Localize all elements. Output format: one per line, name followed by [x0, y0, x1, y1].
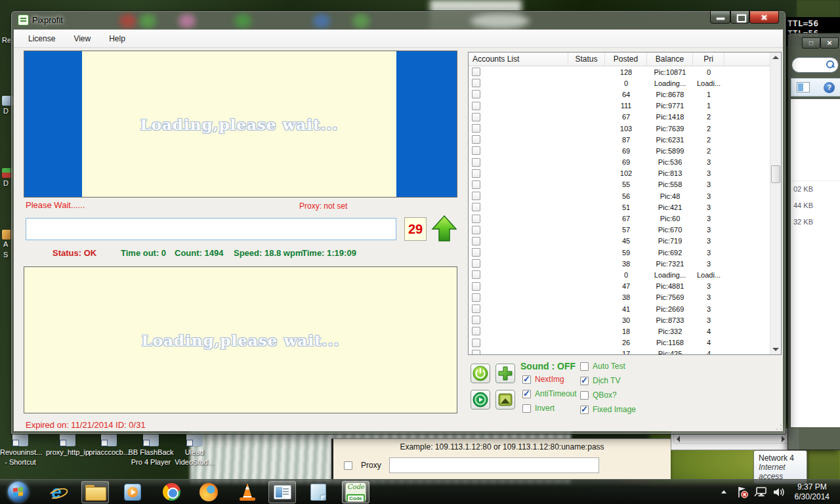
row-checkbox[interactable]	[472, 68, 480, 76]
titlebar[interactable]: Pixprofit	[11, 11, 786, 30]
table-row[interactable]: 102Pic:8133	[469, 168, 770, 179]
taskbar-clock[interactable]: 9:37 PM 6/30/2014	[788, 482, 836, 502]
row-checkbox[interactable]	[472, 146, 480, 155]
table-row[interactable]: 41Pic:26693	[469, 303, 770, 314]
table-row[interactable]: 18Pic:3324	[469, 326, 770, 337]
explorer-maximize-button[interactable]: □	[802, 37, 820, 49]
row-checkbox[interactable]	[472, 282, 480, 291]
table-row[interactable]: 67Pic:14182	[469, 112, 770, 123]
window-resize-grip[interactable]	[774, 423, 783, 432]
checkbox-fixed-image[interactable]: Fixed Image	[580, 403, 636, 416]
taskbar-pixprofit[interactable]: Code Code	[342, 481, 369, 503]
table-row[interactable]: 51Pic:4213	[469, 201, 770, 213]
submit-arrow-icon[interactable]	[430, 215, 459, 242]
table-row[interactable]: 69Pic:5363	[469, 157, 770, 168]
row-checkbox[interactable]	[472, 113, 480, 121]
power-button[interactable]	[471, 364, 490, 383]
table-row[interactable]: 57Pic:6703	[469, 224, 770, 236]
explorer-search-input[interactable]	[791, 57, 839, 73]
row-checkbox[interactable]	[472, 102, 480, 110]
desktop-shortcut[interactable]: Revouninst...- Shortcut	[0, 433, 41, 467]
start-button-taskbar[interactable]	[4, 481, 32, 503]
scroll-left-icon[interactable]	[677, 436, 680, 442]
checkbox-d-ch-tv[interactable]: Dịch TV	[580, 374, 636, 387]
checkbox-box[interactable]	[580, 406, 589, 414]
checkbox-auto-test[interactable]: Auto Test	[580, 360, 636, 373]
image-button[interactable]	[495, 390, 515, 410]
proxy-input[interactable]	[389, 457, 599, 473]
checkbox-box[interactable]	[580, 362, 589, 371]
scrollbar-thumb[interactable]	[771, 165, 780, 183]
table-row[interactable]: 55Pic:5583	[469, 179, 770, 190]
row-checkbox[interactable]	[472, 124, 480, 133]
row-checkbox[interactable]	[472, 203, 480, 211]
table-row[interactable]: 87Pic:62312	[469, 134, 770, 145]
menu-license[interactable]: License	[19, 30, 64, 47]
taskbar-notepad[interactable]	[304, 481, 332, 503]
table-row[interactable]: 59Pic:6923	[469, 247, 770, 258]
show-hidden-icons[interactable]	[716, 484, 732, 500]
menu-help[interactable]: Help	[100, 30, 135, 47]
add-button[interactable]	[495, 364, 515, 383]
row-checkbox[interactable]	[472, 158, 480, 167]
taskbar-media-player[interactable]	[119, 481, 146, 503]
row-checkbox[interactable]	[472, 226, 480, 234]
desktop-shortcut[interactable]: priacccocb...	[86, 433, 132, 457]
start-button[interactable]	[471, 390, 490, 410]
row-checkbox[interactable]	[472, 180, 480, 189]
table-row[interactable]: 45Pic:7193	[469, 236, 770, 247]
explorer-window-fragment[interactable]: □ ✕ 02 KB44 KB32 KB	[788, 33, 840, 450]
row-checkbox[interactable]	[472, 339, 480, 347]
vertical-scrollbar[interactable]	[770, 52, 781, 354]
row-checkbox[interactable]	[472, 259, 480, 268]
row-checkbox[interactable]	[472, 293, 480, 302]
row-checkbox[interactable]	[472, 90, 480, 98]
table-row[interactable]: 111Pic:97711	[469, 100, 770, 112]
desktop-shortcut[interactable]: BB FlashBackPro 4 Player	[127, 433, 175, 467]
scroll-down-icon[interactable]	[772, 348, 779, 351]
table-row[interactable]: 0Loading...Loadi...	[469, 269, 770, 280]
checkbox-box[interactable]	[580, 377, 589, 385]
checkbox-box[interactable]	[522, 375, 531, 384]
table-row[interactable]: 47Pic:48813	[469, 281, 770, 292]
close-button[interactable]	[749, 11, 779, 24]
checkbox-qbox-[interactable]: QBox?	[580, 388, 636, 402]
captcha-input[interactable]	[26, 218, 396, 240]
scroll-right-icon[interactable]	[782, 436, 785, 442]
table-row[interactable]: 38Pic:73213	[469, 258, 770, 269]
layout-icon[interactable]	[797, 82, 810, 93]
checkbox-box[interactable]	[522, 404, 531, 413]
taskbar-firefox[interactable]	[195, 481, 222, 503]
checkbox-antitimeout[interactable]: AntiTimeout	[522, 387, 577, 400]
taskbar-chrome[interactable]	[158, 481, 185, 503]
checkbox-box[interactable]	[580, 391, 589, 400]
table-row[interactable]: 64Pic:86781	[469, 89, 770, 100]
row-checkbox[interactable]	[472, 192, 480, 200]
row-checkbox[interactable]	[472, 316, 480, 324]
checkbox-box[interactable]	[522, 390, 531, 398]
row-checkbox[interactable]	[472, 327, 480, 335]
table-row[interactable]: 67Pic:603	[469, 213, 770, 224]
table-row[interactable]: 26Pic:11684	[469, 337, 770, 348]
taskbar-internet-explorer[interactable]: e	[43, 481, 70, 503]
table-row[interactable]: 128Pic:108710	[469, 66, 770, 77]
checkbox-invert[interactable]: Invert	[522, 402, 577, 415]
table-row[interactable]: 0Loading...Loadi...	[469, 77, 770, 89]
table-row[interactable]: 56Pic:483	[469, 190, 770, 201]
action-center-icon[interactable]	[734, 484, 750, 500]
row-checkbox[interactable]	[472, 169, 480, 178]
row-checkbox[interactable]	[472, 270, 480, 279]
table-row[interactable]: 17Pic:4254	[469, 348, 770, 354]
table-row[interactable]: 69Pic:58992	[469, 145, 770, 156]
table-row[interactable]: 103Pic:76392	[469, 123, 770, 134]
col-accounts-list[interactable]: Accounts List	[469, 52, 568, 66]
maximize-button[interactable]	[730, 11, 749, 24]
checkbox-nextimg[interactable]: NextImg	[522, 373, 577, 386]
taskbar-explorer[interactable]	[81, 481, 109, 503]
help-icon[interactable]	[824, 82, 835, 93]
col-status[interactable]: Status	[568, 52, 605, 66]
row-checkbox[interactable]	[472, 248, 480, 257]
taskbar-vlc[interactable]	[234, 481, 261, 503]
desktop-shortcut[interactable]: UleadVideoStud...	[172, 433, 217, 467]
col-balance[interactable]: Balance	[647, 52, 693, 66]
